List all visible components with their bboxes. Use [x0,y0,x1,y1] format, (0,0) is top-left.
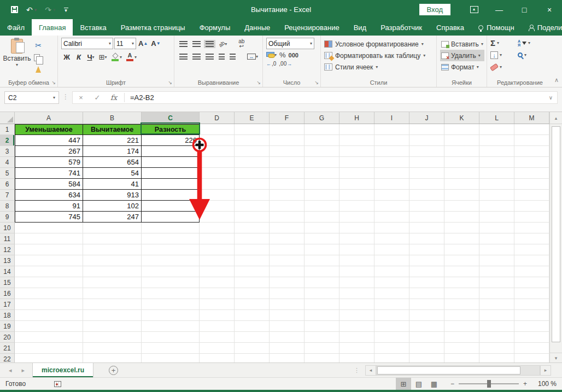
cell-A15[interactable] [15,277,83,288]
cell-K17[interactable] [444,299,479,310]
align-middle-button[interactable] [191,40,202,48]
cell-M18[interactable] [514,310,549,321]
cell-A17[interactable] [15,299,83,310]
cell-I14[interactable] [374,266,409,277]
cell-L6[interactable] [479,179,514,190]
cell-F2[interactable] [270,135,305,146]
cell-E3[interactable] [235,146,270,157]
copy-button[interactable]: ▾ [33,52,44,63]
cell-A6[interactable]: 584 [15,179,83,190]
decrease-font-button[interactable]: А▼ [150,38,161,49]
cell-I20[interactable] [374,332,409,343]
cell-L2[interactable] [479,135,514,146]
tab-file[interactable]: Файл [0,19,32,36]
cell-M8[interactable] [514,201,549,212]
redo-button[interactable]: ↷▾ [45,5,55,14]
cell-L5[interactable] [479,168,514,179]
cell-M17[interactable] [514,299,549,310]
cell-H12[interactable] [339,244,374,255]
cell-G6[interactable] [305,179,339,190]
cell-D1[interactable] [200,124,235,135]
cell-A14[interactable] [15,266,83,277]
cell-D12[interactable] [200,244,235,255]
cell-C16[interactable] [142,288,200,299]
cell-G18[interactable] [305,310,339,321]
row-header-8[interactable]: 8 [0,201,15,212]
cell-I4[interactable] [374,157,409,168]
horizontal-scrollbar[interactable]: ◂ ▸ [365,365,551,375]
alignment-dialog-launcher[interactable]: ↘ [256,80,261,85]
column-header-A[interactable]: A [15,112,83,124]
cell-J15[interactable] [409,277,444,288]
cell-G15[interactable] [305,277,339,288]
column-header-F[interactable]: F [270,112,305,124]
collapse-ribbon-button[interactable]: ∧ [554,77,559,84]
zoom-slider[interactable] [459,383,519,384]
cell-B8[interactable]: 102 [83,201,142,212]
cell-H17[interactable] [339,299,374,310]
row-header-19[interactable]: 19 [0,321,15,332]
clipboard-dialog-launcher[interactable]: ↘ [51,80,56,85]
cell-F18[interactable] [270,310,305,321]
cell-J3[interactable] [409,146,444,157]
cell-F19[interactable] [270,321,305,332]
row-header-12[interactable]: 12 [0,244,15,255]
cell-E17[interactable] [235,299,270,310]
cell-D22[interactable] [200,354,235,362]
format-as-table-button[interactable]: Форматировать как таблицу ▾ [324,50,434,61]
cell-B21[interactable] [83,343,142,354]
cell-F11[interactable] [270,233,305,244]
row-header-13[interactable]: 13 [0,255,15,266]
cell-C13[interactable] [142,255,200,266]
vertical-scroll-thumb[interactable] [552,126,560,342]
cell-C15[interactable] [142,277,200,288]
cell-C17[interactable] [142,299,200,310]
cell-G11[interactable] [305,233,339,244]
cell-I22[interactable] [374,354,409,362]
confirm-entry-button[interactable]: ✓ [89,93,106,102]
sheet-tab-active[interactable]: microexcel.ru [32,363,93,377]
cell-D13[interactable] [200,255,235,266]
insert-function-button[interactable]: fx [106,93,122,102]
cell-A7[interactable]: 634 [15,190,83,201]
cell-G9[interactable] [305,212,339,223]
cell-G17[interactable] [305,299,339,310]
row-header-7[interactable]: 7 [0,190,15,201]
cell-G1[interactable] [305,124,339,135]
cell-B9[interactable]: 247 [83,212,142,223]
cell-J13[interactable] [409,255,444,266]
cell-G14[interactable] [305,266,339,277]
cell-H22[interactable] [339,354,374,362]
tab-home[interactable]: Главная [32,19,73,36]
cell-B14[interactable] [83,266,142,277]
expand-formula-bar-button[interactable]: ∨ [549,95,557,101]
cell-B18[interactable] [83,310,142,321]
cell-C11[interactable] [142,233,200,244]
cell-B11[interactable] [83,233,142,244]
cell-K1[interactable] [444,124,479,135]
cell-H21[interactable] [339,343,374,354]
cell-H10[interactable] [339,223,374,233]
cell-L21[interactable] [479,343,514,354]
cell-H15[interactable] [339,277,374,288]
row-header-16[interactable]: 16 [0,288,15,299]
horizontal-scroll-thumb[interactable] [377,366,520,375]
cell-C4[interactable] [142,157,200,168]
select-all-corner[interactable] [0,112,15,124]
new-sheet-button[interactable]: + [109,366,118,375]
cell-J20[interactable] [409,332,444,343]
column-header-B[interactable]: B [83,112,142,124]
cell-I7[interactable] [374,190,409,201]
cell-G20[interactable] [305,332,339,343]
cell-J21[interactable] [409,343,444,354]
cell-H4[interactable] [339,157,374,168]
cell-J1[interactable] [409,124,444,135]
number-format-combo[interactable]: Общий▾ [266,38,314,49]
cell-D6[interactable] [200,179,235,190]
cell-K5[interactable] [444,168,479,179]
cell-D15[interactable] [200,277,235,288]
tab-help[interactable]: Справка [429,19,471,36]
cell-J11[interactable] [409,233,444,244]
cell-H19[interactable] [339,321,374,332]
percent-style-button[interactable]: % [279,51,286,59]
